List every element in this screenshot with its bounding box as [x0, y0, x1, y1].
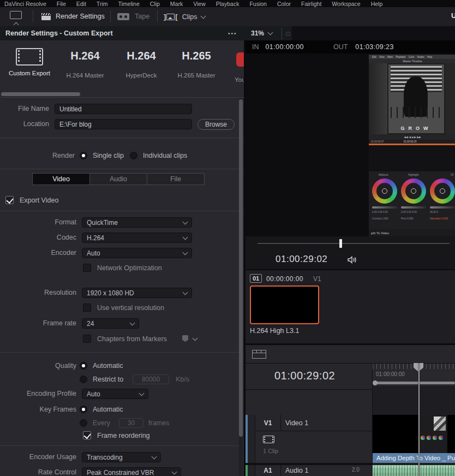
restrict-value-input[interactable]: 80000	[133, 374, 169, 384]
resolution-dropdown[interactable]: 1920 x 1080 HD	[82, 288, 192, 298]
audio-track-name[interactable]: Audio 1	[281, 465, 351, 476]
audio-track-id[interactable]: A1	[255, 465, 281, 476]
render-settings-button[interactable]: Render Settings	[41, 13, 105, 20]
preset-label: H.264 Master	[58, 72, 112, 79]
menu-bar: DaVinci Resolve File Edit Trim Timeline …	[0, 0, 455, 7]
menu-color[interactable]: Color	[277, 1, 291, 7]
menu-fusion[interactable]: Fusion	[249, 1, 267, 7]
browse-button[interactable]: Browse	[197, 119, 235, 130]
codec-dropdown[interactable]: H.264	[82, 233, 192, 243]
mini-color-wheel	[433, 436, 437, 440]
scrubber-playhead[interactable]	[339, 239, 342, 248]
preset-custom-export[interactable]: Custom Export	[4, 44, 55, 76]
menu-edit[interactable]: Edit	[76, 1, 86, 7]
video-viewer[interactable]: Edit View Mark Playback Color Nodes Help…	[246, 53, 455, 236]
rate-control-label: Rate Control	[5, 468, 76, 476]
chapters-checkbox[interactable]	[83, 335, 91, 343]
format-label: Format	[5, 218, 76, 226]
encoding-profile-dropdown[interactable]: Auto	[82, 389, 148, 399]
queue-clip-thumbnail[interactable]	[250, 285, 319, 324]
every-value-input[interactable]: 30	[119, 418, 143, 428]
codec-label: Codec	[5, 234, 76, 241]
preview-window: GROW	[387, 63, 445, 134]
location-value: E:\For blog	[59, 121, 92, 128]
preview-right-edge	[445, 63, 455, 134]
mini-color-wheel	[427, 436, 431, 440]
every-value: 30	[128, 419, 135, 427]
export-video-checkbox[interactable]	[5, 196, 14, 204]
encoder-usage-dropdown[interactable]: Transcoding	[82, 452, 161, 462]
encoder-value: Auto	[87, 249, 100, 257]
chevron-down-icon	[183, 219, 188, 224]
use-vertical-resolution-checkbox[interactable]	[83, 304, 91, 312]
timeline-zoom-handle[interactable]	[373, 380, 378, 385]
tab-video[interactable]: Video	[32, 173, 90, 185]
video-track-id[interactable]: V1	[255, 415, 281, 431]
queue-start-timecode: 00:00:00:00	[266, 275, 303, 283]
key-frames-label: Key Frames	[5, 406, 76, 413]
menu-playback[interactable]: Playback	[216, 1, 240, 7]
single-clip-radio[interactable]	[80, 152, 87, 159]
frame-reordering-checkbox[interactable]	[83, 431, 91, 439]
encoding-profile-label: Encoding Profile	[5, 390, 76, 397]
chapters-label: Chapters from Markers	[97, 335, 167, 343]
rate-control-dropdown[interactable]: Peak Constrained VBR	[82, 467, 181, 476]
clips-button[interactable]: ][ Clips	[164, 13, 205, 21]
location-input[interactable]: E:\For blog	[55, 119, 192, 129]
restrict-to-radio[interactable]	[80, 376, 87, 383]
preview-railing	[391, 107, 442, 118]
encoder-dropdown[interactable]: Auto	[82, 248, 192, 258]
divider	[0, 445, 244, 446]
viewer-scrubber-row	[246, 236, 455, 251]
menu-file[interactable]: File	[57, 1, 66, 7]
scrubber-track[interactable]	[258, 243, 450, 244]
export-video-label: Export Video	[20, 197, 58, 204]
menu-trim[interactable]: Trim	[97, 1, 108, 7]
tab-file-label: File	[170, 175, 181, 183]
presets-horizontal-scrollbar[interactable]	[1, 92, 80, 96]
menu-mark[interactable]: Mark	[170, 1, 183, 7]
timeline-zoom-scrollbar[interactable]	[375, 382, 455, 384]
menu-workspace[interactable]: Workspace	[332, 1, 360, 7]
marker-icon[interactable]	[182, 335, 188, 342]
preset-title: H.264	[114, 44, 169, 68]
timeline-view-icon[interactable]	[252, 350, 266, 359]
timeline-audio-clip[interactable]	[373, 465, 455, 476]
key-frames-automatic-radio[interactable]	[80, 406, 87, 413]
panel-options-button[interactable]: •••	[228, 31, 237, 37]
queue-index-badge: 01	[250, 274, 262, 283]
format-value: QuickTime	[87, 219, 118, 227]
key-frames-every-radio[interactable]	[80, 419, 87, 427]
mini-picture	[434, 416, 446, 431]
menu-view[interactable]: View	[193, 1, 206, 7]
preview-transport-controls: ◀◀ ◀ ■ ▶ ▶▶	[369, 134, 455, 140]
in-timecode: 01:00:00:00	[266, 43, 304, 51]
chevron-down-icon[interactable]	[193, 336, 198, 341]
menu-help[interactable]: Help	[371, 1, 383, 7]
speaker-icon[interactable]	[347, 255, 358, 264]
clips-icon: ][	[164, 13, 178, 21]
menu-timeline[interactable]: Timeline	[118, 1, 139, 7]
timeline-video-clip[interactable]: Adding Depth To Video _ Pu	[373, 415, 455, 463]
network-optimization-checkbox[interactable]	[83, 264, 91, 272]
quality-automatic-radio[interactable]	[80, 362, 87, 370]
viewer-zoom-dropdown[interactable]: 31%	[251, 29, 272, 37]
preset-h264-master[interactable]: H.264 H.264 Master	[58, 44, 112, 79]
menu-app[interactable]: DaVinci Resolve	[4, 1, 46, 7]
individual-clips-radio[interactable]	[130, 152, 137, 159]
preview-wall	[369, 63, 387, 134]
format-dropdown[interactable]: QuickTime	[82, 217, 192, 228]
tab-audio[interactable]: Audio	[89, 173, 147, 185]
tape-button[interactable]: Tape	[117, 13, 149, 20]
menu-fairlight[interactable]: Fairlight	[301, 1, 321, 7]
file-name-input[interactable]: Untitled	[55, 104, 192, 114]
video-track-name[interactable]: Video 1	[281, 415, 373, 431]
panel-scrollbar[interactable]	[239, 99, 243, 437]
frame-rate-dropdown[interactable]: 24	[82, 318, 139, 329]
menu-clip[interactable]: Clip	[150, 1, 160, 7]
timeline-playhead[interactable]	[418, 364, 420, 476]
preset-hyperdeck[interactable]: H.264 HyperDeck	[114, 44, 169, 79]
timeline-timecode-cell: 01:00:29:02	[246, 364, 373, 390]
preset-h265-master[interactable]: H.265 H.265 Master	[169, 44, 224, 79]
tab-file[interactable]: File	[147, 173, 205, 185]
